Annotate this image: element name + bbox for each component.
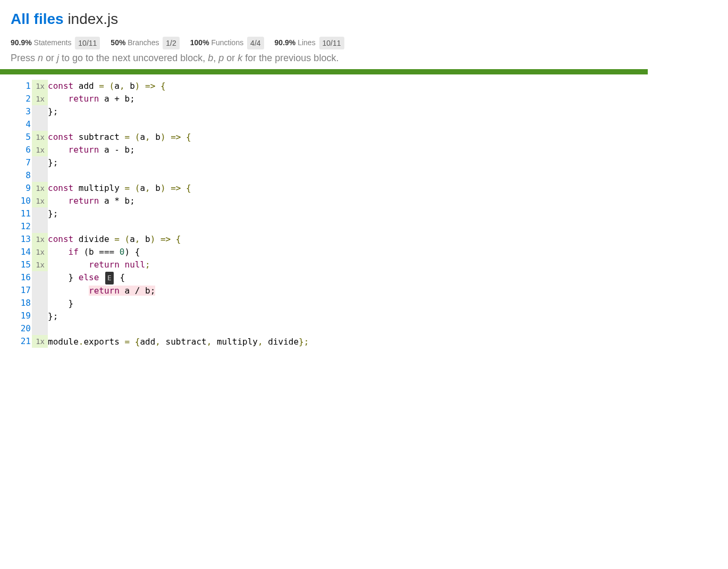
statements-fraction: 10/11 [75,37,100,49]
coverage-table: 123456789101112131415161718192021 1x1x 1… [11,80,309,348]
keyboard-hint: Press n or j to go to the next uncovered… [11,53,637,64]
line-coverage-count [32,309,48,322]
line-number-link[interactable]: 21 [11,335,32,348]
branches-pct: 50% [111,38,125,47]
lines-label: Lines [298,38,315,47]
source-code-col: const add = (a, b) => { return a + b; };… [48,80,309,348]
line-number-link[interactable]: 11 [11,207,32,220]
breadcrumb-file: index.js [67,11,118,27]
line-number-col: 123456789101112131415161718192021 [11,80,32,348]
line-number-link[interactable]: 1 [11,80,32,93]
line-coverage-count: 1x [32,144,48,156]
line-coverage-count [32,284,48,297]
line-number-link[interactable]: 19 [11,309,32,322]
line-coverage-count [32,118,48,131]
line-number-link[interactable]: 7 [11,156,32,169]
summary-lines: 90.9% Lines 10/11 [275,33,344,53]
line-number-link[interactable]: 14 [11,246,32,258]
summary-row: 90.9% Statements 10/11 50% Branches 1/2 … [11,33,637,53]
line-coverage-count: 1x [32,246,48,258]
line-coverage-count [32,297,48,309]
statements-label: Statements [34,38,72,47]
line-number-link[interactable]: 6 [11,144,32,156]
line-coverage-count: 1x [32,93,48,105]
functions-pct: 100% [190,38,209,47]
line-coverage-count [32,156,48,169]
statements-pct: 90.9% [11,38,32,47]
line-coverage-col: 1x1x 1x1x 1x1x 1x1x1x 1x [32,80,48,348]
line-coverage-count [32,105,48,118]
line-number-link[interactable]: 12 [11,220,32,233]
line-number-link[interactable]: 9 [11,182,32,195]
line-coverage-count [32,271,48,284]
breadcrumb-root-link[interactable]: All files [11,11,64,27]
line-coverage-count: 1x [32,195,48,207]
line-coverage-count: 1x [32,131,48,144]
line-number-link[interactable]: 2 [11,93,32,105]
status-bar [0,69,648,74]
header: All files index.js 90.9% Statements 10/1… [0,0,648,69]
summary-branches: 50% Branches 1/2 [111,33,179,53]
line-coverage-count: 1x [32,335,48,348]
line-coverage-count: 1x [32,233,48,246]
line-number-link[interactable]: 20 [11,322,32,335]
line-number-link[interactable]: 15 [11,258,32,271]
summary-functions: 100% Functions 4/4 [190,33,264,53]
line-coverage-count [32,322,48,335]
lines-fraction: 10/11 [319,37,344,49]
line-number-link[interactable]: 10 [11,195,32,207]
lines-pct: 90.9% [275,38,296,47]
line-number-link[interactable]: 13 [11,233,32,246]
branches-fraction: 1/2 [163,37,179,49]
summary-statements: 90.9% Statements 10/11 [11,33,100,53]
line-number-link[interactable]: 5 [11,131,32,144]
uncovered-statement: return a / b; [89,286,155,296]
line-number-link[interactable]: 3 [11,105,32,118]
else-branch-missed-badge: E [105,272,114,284]
line-number-link[interactable]: 4 [11,118,32,131]
line-coverage-count [32,220,48,233]
line-coverage-count [32,207,48,220]
line-number-link[interactable]: 8 [11,169,32,182]
line-coverage-count: 1x [32,80,48,93]
line-coverage-count: 1x [32,258,48,271]
functions-label: Functions [211,38,244,47]
branches-label: Branches [128,38,159,47]
line-coverage-count: 1x [32,182,48,195]
line-number-link[interactable]: 17 [11,284,32,297]
breadcrumb: All files index.js [11,5,637,33]
coverage-report: All files index.js 90.9% Statements 10/1… [0,0,648,348]
functions-fraction: 4/4 [247,37,264,49]
line-coverage-count [32,169,48,182]
line-number-link[interactable]: 16 [11,271,32,284]
line-number-link[interactable]: 18 [11,297,32,309]
